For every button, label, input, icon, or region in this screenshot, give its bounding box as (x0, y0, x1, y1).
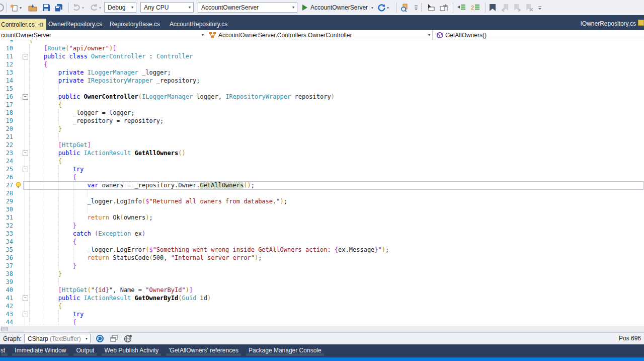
project-dropdown-value: countOwnerServer (1, 32, 51, 39)
navigation-bar: countOwnerServer ▾ AccountOwnerServer.Co… (0, 30, 644, 40)
cascade-windows-icon[interactable] (110, 334, 118, 343)
navigate-box-button[interactable] (427, 2, 436, 14)
save-all-button[interactable] (54, 2, 64, 14)
undo-dropdown-icon[interactable]: ▾ (82, 6, 84, 10)
save-button[interactable] (42, 2, 50, 14)
graph-buffer-combobox[interactable]: CSharp (TextBuffer) ▾ (24, 334, 91, 343)
code-text: _logger.LogInfo($"Returned all owners fr… (29, 197, 287, 205)
redo-dropdown-icon[interactable]: ▾ (99, 6, 101, 10)
decrease-indent-button[interactable] (457, 2, 466, 14)
navigate-box-alt-button[interactable] (440, 2, 449, 14)
chevron-down-icon: ▾ (186, 5, 193, 10)
chevron-down-icon: ▾ (428, 33, 430, 37)
collapse-region-button[interactable]: − (23, 312, 28, 317)
code-line: 42{ (0, 302, 644, 310)
horizontal-scrollbar[interactable] (0, 326, 644, 332)
line-number: 26 (0, 173, 13, 181)
tab-account-repository[interactable]: AccountRepository.cs (170, 19, 227, 30)
toolbar-separator (6, 3, 7, 13)
tab-owner-repository[interactable]: OwnerRepository.cs (48, 19, 102, 30)
lightbulb-icon[interactable] (15, 182, 22, 189)
line-number: 16 (0, 93, 13, 101)
globe-dot-icon[interactable] (124, 334, 132, 343)
code-text: { (29, 157, 62, 165)
code-line: 14private IRepositoryWrapper _repository… (0, 77, 644, 85)
increase-indent-button[interactable]: 2 (471, 2, 480, 14)
code-line: 13private ILoggerManager _logger; (0, 68, 644, 77)
code-text: [Route("api/owner")] (29, 44, 116, 52)
code-text (29, 189, 102, 197)
previous-bookmark-button[interactable] (501, 2, 509, 14)
restart-dropdown-icon[interactable]: ▾ (387, 6, 389, 10)
code-text: public OwnerController(ILoggerManager lo… (29, 93, 335, 101)
panel-tab-getallowners-references[interactable]: 'GetAllOwners' references (165, 344, 242, 357)
code-editor[interactable]: 9{10[Route("api/owner")]11−public class … (0, 40, 644, 326)
document-list-icon[interactable] (638, 20, 644, 26)
tab-repository-base[interactable]: RepositoryBase.cs (110, 19, 160, 30)
panel-tab-errorlist-truncated[interactable]: st (0, 344, 9, 357)
line-number: 12 (0, 60, 13, 68)
type-dropdown[interactable]: AccountOwnerServer.Controllers.OwnerCont… (206, 30, 433, 40)
startup-project-value: AccountOwnerServer (198, 4, 290, 11)
chevron-down-icon: ▾ (129, 5, 136, 10)
platform-combobox[interactable]: Any CPU ▾ (140, 2, 194, 13)
code-line: 27var owners = _repository.Owner.GetAllO… (0, 181, 644, 189)
line-number: 20 (0, 125, 13, 133)
project-dropdown[interactable]: countOwnerServer ▾ (0, 30, 206, 40)
start-debugging-button[interactable]: AccountOwnerServer ▾ (302, 2, 373, 14)
line-number: 31 (0, 213, 13, 222)
visual-studio-window: ▾ ▾ ▾ Debug ▾ Any CPU ▾ AccountOwnerSe (0, 0, 644, 361)
line-number: 43 (0, 310, 13, 318)
new-item-button[interactable]: ▾ (10, 2, 22, 14)
panel-tab-immediate-window[interactable]: Immediate Window (11, 344, 69, 357)
code-text: { (29, 101, 62, 109)
add-existing-item-button[interactable] (28, 2, 37, 14)
line-number: 9 (0, 40, 13, 44)
play-icon (302, 4, 308, 11)
toolbar-overflow-icon[interactable] (537, 2, 542, 14)
member-dropdown[interactable]: GetAllOwners() (433, 30, 644, 40)
history-circle-icon[interactable] (0, 2, 5, 14)
line-number: 38 (0, 270, 13, 278)
position-indicator: Pos 696 (619, 335, 641, 342)
code-text: [HttpGet("{id}", Name = "OwnerById")] (29, 286, 193, 294)
collapse-region-button[interactable]: − (23, 54, 28, 59)
configuration-combobox[interactable]: Debug ▾ (104, 2, 136, 13)
bookmark-button[interactable] (489, 2, 496, 14)
undo-button[interactable]: ▾ (72, 2, 84, 14)
redo-button[interactable]: ▾ (90, 2, 101, 14)
clear-bookmarks-button[interactable] (525, 2, 533, 14)
panel-tab-output[interactable]: Output (72, 344, 98, 357)
code-text: } (29, 125, 62, 133)
line-number: 30 (0, 205, 13, 213)
code-line: 33catch (Exception ex) (0, 230, 644, 238)
code-line: 23−public IActionResult GetAllOwners() (0, 149, 644, 157)
code-text: } (29, 262, 76, 270)
line-number: 11 (0, 52, 13, 60)
line-number: 28 (0, 189, 13, 197)
code-text (29, 85, 73, 93)
code-line: 22[HttpGet] (0, 141, 644, 149)
collapse-region-button[interactable]: − (23, 151, 28, 156)
browse-graph-icon[interactable] (96, 334, 104, 343)
panel-tab-package-manager-console[interactable]: Package Manager Console (245, 344, 325, 357)
toolbar-options-icon[interactable] (414, 2, 419, 14)
scrollbar-thumb[interactable] (1, 327, 8, 331)
find-in-files-button[interactable] (400, 2, 411, 14)
code-text: _repository = repository; (29, 117, 164, 125)
collapse-region-button[interactable]: − (23, 94, 28, 100)
next-bookmark-button[interactable] (513, 2, 521, 14)
pin-icon[interactable] (38, 22, 44, 27)
new-item-dropdown-icon[interactable]: ▾ (20, 6, 22, 10)
panel-tab-web-publish-activity[interactable]: Web Publish Activity (101, 344, 162, 357)
method-icon (437, 32, 443, 38)
startup-project-combobox[interactable]: AccountOwnerServer ▾ (198, 2, 297, 13)
line-number: 13 (0, 68, 13, 77)
collapse-region-button[interactable]: − (23, 167, 28, 172)
code-line: 30 (0, 205, 644, 213)
tab-controller-cs-active[interactable]: Controller.cs ✕ (0, 19, 46, 30)
tab-iowner-repository[interactable]: IOwnerRepository.cs (581, 19, 636, 29)
collapse-region-button[interactable]: − (23, 296, 28, 301)
code-text: public IActionResult GetAllOwners() (29, 149, 186, 157)
restart-button[interactable]: ▾ (377, 2, 389, 14)
